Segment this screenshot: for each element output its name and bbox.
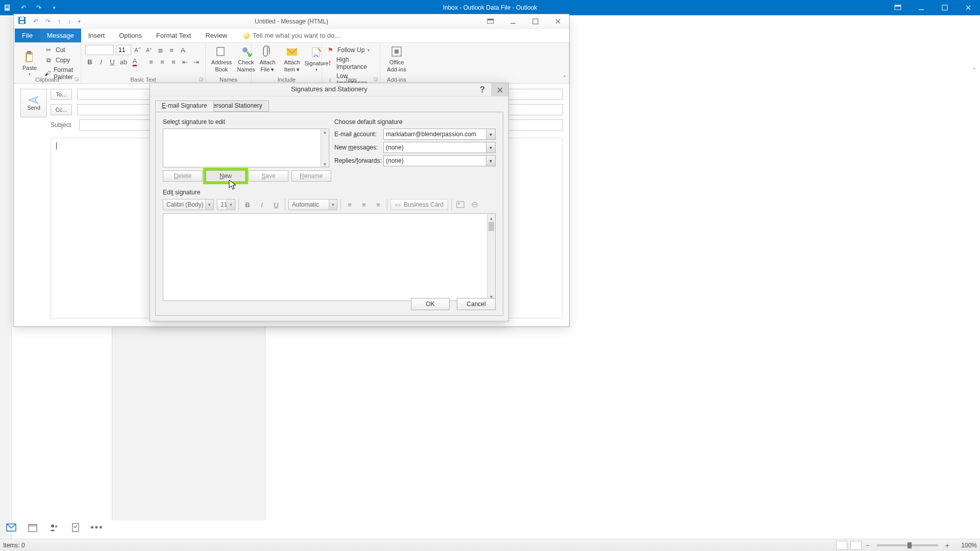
underline-icon[interactable]: U [271,199,282,210]
chevron-down-icon[interactable]: ▾ [486,142,495,153]
more-nav-icon[interactable]: ••• [92,522,102,533]
tags-launcher-icon[interactable]: ◲ [374,77,378,82]
insert-picture-icon[interactable] [455,199,466,210]
next-item-icon[interactable]: ↓ [68,18,71,25]
attach-file-button[interactable]: Attach File ▾ [256,45,279,73]
align-center-icon[interactable]: ≡ [158,57,167,66]
chevron-down-icon[interactable]: ▾ [329,199,337,210]
clear-formatting-icon[interactable]: A̶ [178,45,187,55]
new-button[interactable]: New [206,170,246,182]
scroll-thumb[interactable] [488,222,494,231]
replies-forwards-combo[interactable]: (none)▾ [383,155,496,166]
tab-format-text[interactable]: Format Text [149,29,198,42]
bold-icon[interactable]: B [85,57,94,66]
undo-icon[interactable]: ↶ [19,4,28,12]
prev-item-icon[interactable]: ↑ [58,18,61,25]
font-color-icon[interactable]: A [130,57,139,66]
maximize-icon[interactable] [933,0,957,15]
decrease-indent-icon[interactable]: ⇤ [180,57,189,66]
minimize-icon[interactable] [502,14,524,28]
minimize-icon[interactable] [910,0,933,15]
tab-file[interactable]: File [15,29,40,42]
tasks-nav-icon[interactable] [70,522,81,533]
undo-icon[interactable]: ↶ [33,18,38,25]
signature-list[interactable]: ▴▾ [163,129,329,167]
highlight-icon[interactable]: ab [119,57,128,66]
qat-dropdown-icon[interactable]: ▾ [78,19,81,24]
decrease-font-icon[interactable]: A˅ [144,45,154,55]
tab-email-signature[interactable]: E-mail Signature [155,101,214,112]
font-name-input[interactable] [85,45,114,55]
zoom-minus-icon[interactable]: − [865,541,871,549]
align-center-icon[interactable]: ≡ [358,199,370,210]
view-normal-icon[interactable] [836,541,847,550]
to-button[interactable]: To... [51,89,72,100]
zoom-slider[interactable] [877,544,938,546]
bullets-icon[interactable]: ≣ [156,45,165,55]
clipboard-launcher-icon[interactable]: ◲ [75,77,79,82]
italic-icon[interactable]: I [96,57,106,66]
business-card-button[interactable]: ▭Business Card [390,199,448,210]
save-icon[interactable] [18,16,26,26]
view-reading-icon[interactable] [850,541,862,550]
numbering-icon[interactable]: ≡ [167,45,176,55]
bold-icon[interactable]: B [242,199,253,210]
insert-hyperlink-icon[interactable] [469,199,480,210]
chevron-down-icon[interactable]: ▾ [486,156,495,166]
increase-indent-icon[interactable]: ⇥ [191,57,201,66]
basictext-launcher-icon[interactable]: ◲ [199,77,204,82]
redo-icon[interactable]: ↷ [35,4,43,12]
save-button[interactable]: Save [249,170,288,182]
qat-dropdown-icon[interactable]: ▾ [50,4,58,12]
font-size-input[interactable] [116,45,131,55]
chevron-down-icon[interactable]: ▾ [227,199,235,210]
font-color-combo[interactable]: Automatic▾ [288,199,337,210]
chevron-down-icon[interactable]: ▾ [205,199,213,210]
tab-review[interactable]: Review [198,29,234,42]
mail-nav-icon[interactable] [6,522,16,533]
signature-editor[interactable]: ▴ ▾ [163,213,496,301]
scrollbar[interactable]: ▴▾ [321,129,329,167]
maximize-icon[interactable] [524,14,547,28]
delete-button[interactable]: Delete [163,170,203,182]
attach-item-button[interactable]: Attach Item ▾ [280,45,304,73]
close-button[interactable] [491,83,508,96]
follow-up-button[interactable]: ⚑Follow Up ▾ [326,45,376,55]
align-left-icon[interactable]: ≡ [146,57,156,66]
close-icon[interactable] [957,0,980,15]
chevron-down-icon[interactable]: ▾ [486,129,495,139]
address-book-button[interactable]: Address Book [210,45,233,72]
scroll-down-icon[interactable]: ▾ [324,161,326,167]
high-importance-button[interactable]: !High Importance [326,55,376,71]
help-button[interactable]: ? [475,83,490,96]
align-left-icon[interactable]: ≡ [344,199,355,210]
scrollbar[interactable]: ▴ ▾ [487,214,495,300]
ribbon-collapse-icon[interactable]: ˄ [563,75,566,82]
align-right-icon[interactable]: ≡ [169,57,178,66]
increase-font-icon[interactable]: A˄ [133,45,142,55]
calendar-nav-icon[interactable] [28,522,38,533]
copy-button[interactable]: ⧉Copy [44,55,77,65]
ok-button[interactable]: OK [411,298,450,310]
close-icon[interactable] [547,14,569,28]
tab-insert[interactable]: Insert [81,29,112,42]
cancel-button[interactable]: Cancel [457,298,496,310]
tab-message[interactable]: Message [40,29,81,42]
zoom-plus-icon[interactable]: + [944,541,950,549]
cut-button[interactable]: ✂Cut [44,45,77,55]
send-button[interactable]: Send [20,89,47,117]
align-right-icon[interactable]: ≡ [373,199,384,210]
scroll-up-icon[interactable]: ▴ [487,214,495,222]
ribbon-display-icon[interactable] [479,14,502,28]
cc-button[interactable]: Cc... [51,104,72,115]
italic-icon[interactable]: I [256,199,267,210]
rename-button[interactable]: Rename [291,170,331,182]
scroll-up-icon[interactable]: ▴ [324,129,326,135]
ribbon-collapse-main-icon[interactable]: ˅ [973,67,976,74]
people-nav-icon[interactable] [49,522,59,533]
ribbon-display-icon[interactable] [886,0,910,15]
tab-options[interactable]: Options [112,29,149,42]
font-family-combo[interactable]: Calibri (Body)▾ [163,199,214,210]
font-size-combo[interactable]: 11▾ [217,199,235,210]
new-messages-combo[interactable]: (none)▾ [383,142,496,153]
